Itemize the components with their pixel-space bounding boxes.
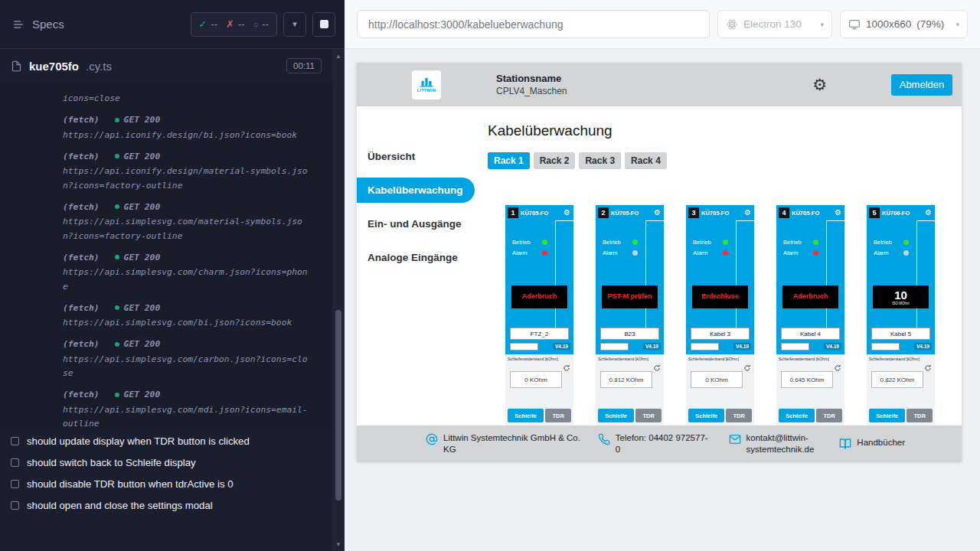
request-url: https://api.simplesvg.com/mdi.json?icons… <box>63 403 312 429</box>
measurement-panel: Schleifenwiderstand [kOhm] 0.822 KOhm Sc… <box>867 354 935 425</box>
spec-header[interactable]: kue705fo .cy.ts 00:11 <box>0 49 332 83</box>
scroll-up-arrow-icon[interactable]: ▲ <box>332 51 345 61</box>
collapse-button[interactable]: ▾ <box>283 12 306 37</box>
cable-name-field: B23 <box>600 328 659 340</box>
betrieb-led <box>723 240 728 245</box>
test-item[interactable]: should disable TDR button when tdrActive… <box>11 473 332 494</box>
card-buttons: Schleife TDR <box>688 409 752 422</box>
measurement-value: 0.812 KOhm <box>600 371 652 388</box>
browser-select[interactable]: Electron 130 ▾ <box>717 10 832 38</box>
x-icon: ✗ <box>226 18 234 30</box>
schleife-button[interactable]: Schleife <box>508 409 544 422</box>
card-model: KÜ705-FO <box>521 210 561 217</box>
tab-rack-1[interactable]: Rack 1 <box>488 152 530 169</box>
card-buttons: Schleife TDR <box>779 409 842 422</box>
version-row: V4.19 <box>691 342 751 350</box>
test-stats: ✓-- ✗-- ○-- <box>191 12 277 37</box>
card-gear-icon[interactable]: ⚙ <box>925 209 932 217</box>
schleife-button[interactable]: Schleife <box>779 409 815 422</box>
test-box-icon <box>11 458 19 467</box>
schleife-button[interactable]: Schleife <box>598 409 634 422</box>
card-number: 5 <box>869 207 880 218</box>
fetch-log-entry[interactable]: (fetch)GET 200 https://api.simplesvg.com… <box>63 388 312 429</box>
scrollbar-thumb[interactable] <box>335 310 341 500</box>
specs-label[interactable]: Specs <box>32 18 64 31</box>
card-gear-icon[interactable]: ⚙ <box>744 209 751 217</box>
tdr-button[interactable]: TDR <box>726 409 752 422</box>
request-url: https://api.iconify.design/bi.json?icons… <box>63 129 312 143</box>
test-item[interactable]: should update display when TDR button is… <box>11 430 332 452</box>
refresh-icon[interactable] <box>563 364 570 372</box>
fetch-log-entry[interactable]: (fetch)GET 200 https://api.simplesvg.com… <box>63 301 312 331</box>
request-url: https://api.iconify.design/material-symb… <box>63 165 312 193</box>
specs-list-icon[interactable] <box>12 18 24 31</box>
card-buttons: Schleife TDR <box>508 409 571 422</box>
card-model: KÜ705-FO <box>701 210 742 217</box>
card-header: 4 KÜ705-FO ⚙ <box>776 205 844 220</box>
test-item[interactable]: should switch back to Schleife display <box>11 452 332 473</box>
sidebar-item-uebersicht[interactable]: Übersicht <box>357 144 475 169</box>
schleife-button[interactable]: Schleife <box>688 409 724 422</box>
electron-icon <box>726 18 738 31</box>
scroll-down-arrow-icon[interactable]: ▼ <box>332 539 345 549</box>
card-header: 5 KÜ706-FO ⚙ <box>867 205 935 220</box>
tdr-button[interactable]: TDR <box>906 409 933 422</box>
fetch-log-entry[interactable]: (fetch)GET 200 https://api.iconify.desig… <box>63 113 312 143</box>
alarm-led <box>813 250 818 256</box>
fetch-log-entry[interactable]: (fetch)GET 200 https://api.simplesvg.com… <box>63 337 312 381</box>
schleife-button[interactable]: Schleife <box>869 409 905 422</box>
fetch-log-entry[interactable]: (fetch)GET 200 https://api.simplesvg.com… <box>63 200 312 243</box>
fetch-log-entry[interactable]: (fetch)GET 200 https://api.simplesvg.com… <box>63 250 312 294</box>
station-label: Stationsname <box>496 73 567 84</box>
card-divider <box>736 220 737 328</box>
mini-field <box>691 343 719 350</box>
card-divider <box>646 220 664 221</box>
sidebar-item-ein-und-ausgaenge[interactable]: Ein- und Ausgänge <box>357 211 475 236</box>
card-gear-icon[interactable]: ⚙ <box>654 209 661 217</box>
measurement-panel: Schleifenwiderstand [kOhm] 0.645 KOhm Sc… <box>776 354 844 425</box>
refresh-icon[interactable] <box>743 364 751 372</box>
tab-rack-4[interactable]: Rack 4 <box>625 152 667 169</box>
status-dot <box>115 393 119 397</box>
card-model: KÜ706-FO <box>882 210 923 217</box>
card-gear-icon[interactable]: ⚙ <box>564 209 570 217</box>
refresh-icon[interactable] <box>924 364 932 372</box>
reporter-scrollbar[interactable]: ▲ ▼ <box>332 49 345 551</box>
log-wrapped-line[interactable]: icons=close <box>63 92 312 106</box>
footer-email[interactable]: kontakt@littwin-systemtechnik.de <box>729 432 823 455</box>
firmware-version: V4.19 <box>733 343 751 350</box>
card-header: 2 KÜ705-FO ⚙ <box>596 205 664 220</box>
tdr-button[interactable]: TDR <box>635 409 662 422</box>
fetch-log-entry[interactable]: (fetch)GET 200 https://api.iconify.desig… <box>63 149 312 193</box>
test-item[interactable]: should open and close the settings modal <box>11 494 332 516</box>
mini-field <box>781 343 809 350</box>
footer-manuals[interactable]: Handbücher <box>839 437 905 450</box>
refresh-icon[interactable] <box>834 364 841 372</box>
viewport-select[interactable]: 1000x660 (79%) ▾ <box>840 10 968 38</box>
station-info: Stationsname CPLV4_Maschen <box>496 73 567 96</box>
tdr-button[interactable]: TDR <box>545 409 571 422</box>
settings-gear-icon[interactable]: ⚙ <box>812 77 827 93</box>
cable-name-field: FTZ_2 <box>510 328 569 340</box>
tab-rack-3[interactable]: Rack 3 <box>579 152 621 169</box>
sidebar-item-analoge-eingaenge[interactable]: Analoge Eingänge <box>357 245 475 270</box>
status-dot <box>115 305 119 310</box>
logo-text: LITTWIN <box>417 88 436 93</box>
aut-container: LITTWIN Stationsname CPLV4_Maschen ⚙ Abm… <box>345 49 980 551</box>
app-content: Übersicht Kabelüberwachung Ein- und Ausg… <box>357 106 962 425</box>
card-gear-icon[interactable]: ⚙ <box>835 209 841 217</box>
test-box-icon <box>11 501 19 510</box>
preview-pane: Electron 130 ▾ 1000x660 (79%) ▾ LITTWIN <box>345 0 980 551</box>
stat-passed: ✓-- <box>199 18 218 30</box>
url-input[interactable] <box>357 10 710 38</box>
refresh-icon[interactable] <box>653 364 661 372</box>
betrieb-led <box>632 240 638 245</box>
measurement-value: 0 KOhm <box>510 371 562 388</box>
sidebar-item-kabelueberwachung[interactable]: Kabelüberwachung <box>357 178 475 203</box>
tdr-button[interactable]: TDR <box>816 409 842 422</box>
logout-button[interactable]: Abmelden <box>891 74 952 96</box>
phone-icon <box>598 432 610 445</box>
firmware-version: V4.19 <box>914 343 932 350</box>
stop-button[interactable] <box>312 12 335 37</box>
tab-rack-2[interactable]: Rack 2 <box>534 152 576 169</box>
